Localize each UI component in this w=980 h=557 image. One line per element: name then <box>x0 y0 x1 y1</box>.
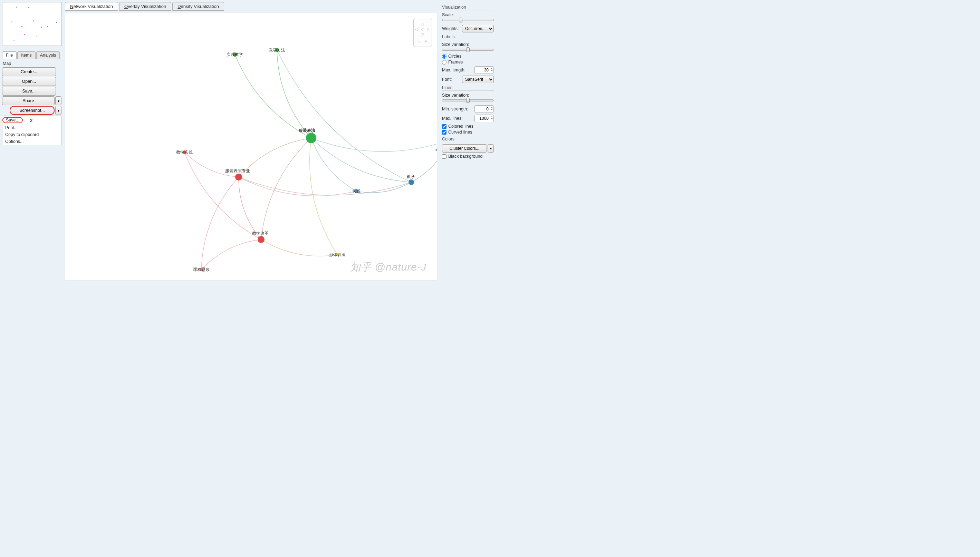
tab-items[interactable]: Items <box>17 51 36 59</box>
labels-size-variation-label: Size variation: <box>442 42 494 47</box>
menu-item-save-label: Save... <box>2 117 23 123</box>
graph-edge <box>201 239 261 270</box>
navigation-widget: △ ◁ ◇ ▷ ▽ ▭ ✚ <box>413 18 432 47</box>
cluster-colors-dropdown[interactable]: ▾ <box>488 144 494 153</box>
graph-node-label: 教学改革 <box>252 231 269 236</box>
menu-item-copy[interactable]: Copy to clipboard <box>2 131 61 138</box>
tab-density-visualization[interactable]: Density Visualization <box>172 2 224 11</box>
graph-edge <box>310 138 338 255</box>
screenshot-menu: Save... 2 Print... Copy to clipboard Opt… <box>2 116 62 145</box>
panel-expand-handle[interactable]: > <box>435 148 437 153</box>
menu-item-print[interactable]: Print... <box>2 124 61 131</box>
graph-node[interactable] <box>258 236 264 243</box>
center-panel: Network Visualization Overlay Visualizat… <box>64 0 439 283</box>
scale-slider[interactable] <box>442 19 494 21</box>
labels-size-slider[interactable] <box>442 49 494 51</box>
tab-file[interactable]: File <box>2 51 16 59</box>
nav-right-icon[interactable]: ▷ <box>426 26 432 32</box>
black-background-checkbox[interactable] <box>442 154 447 159</box>
graph-node-label: 形体训练 <box>329 252 346 257</box>
frames-radio[interactable] <box>442 60 447 65</box>
weights-label: Weights: <box>442 26 458 31</box>
graph-edge <box>201 177 239 270</box>
lines-size-variation-label: Size variation: <box>442 93 494 98</box>
tab-network-visualization[interactable]: Network Visualization <box>65 2 118 11</box>
nav-down-icon[interactable]: ▽ <box>420 32 426 37</box>
graph-node[interactable] <box>235 174 242 181</box>
menu-item-options[interactable]: Options... <box>2 138 61 145</box>
graph-edge <box>277 50 311 138</box>
nav-up-icon[interactable]: △ <box>420 21 426 26</box>
stepper-icon[interactable]: ▲▼ <box>491 115 493 120</box>
screenshot-dropdown-button[interactable]: ▾ <box>55 106 62 115</box>
graph-edge <box>411 140 437 182</box>
graph-edge <box>311 138 437 151</box>
circles-radio[interactable] <box>442 54 447 59</box>
graph-edge <box>235 55 311 138</box>
network-canvas[interactable]: 实践教学教学方法服装表演教学实践服装表演专业实践教学模特教学改革形体训练课程思政… <box>65 13 437 281</box>
screenshot-button[interactable]: Screenshot... <box>10 106 55 115</box>
colors-section-title: Colors <box>442 137 494 142</box>
font-select[interactable]: SansSerif <box>462 76 494 83</box>
graph-node[interactable] <box>306 133 316 143</box>
black-background-label: Black background <box>448 154 483 159</box>
zoom-out-icon[interactable]: ▭ <box>417 39 422 44</box>
circles-label: Circles <box>448 54 461 59</box>
graph-node-label: 实践 <box>352 189 360 194</box>
share-dropdown-button[interactable]: ▾ <box>55 96 62 105</box>
left-tabs: File Items Analysis <box>2 51 62 59</box>
graph-edge <box>239 177 411 195</box>
graph-node[interactable] <box>409 179 414 185</box>
network-graph: 实践教学教学方法服装表演教学实践服装表演专业实践教学模特教学改革形体训练课程思政 <box>65 13 437 280</box>
graph-node-label: 教学 <box>407 174 415 179</box>
scale-label: Scale: <box>442 12 494 17</box>
max-length-label: Max. length: <box>442 68 465 72</box>
tab-overlay-visualization[interactable]: Overlay Visualization <box>119 2 171 11</box>
screenshot-button-label: Screenshot... <box>20 108 45 113</box>
graph-node-label: 实践教学 <box>227 52 243 57</box>
lines-size-slider[interactable] <box>442 99 494 101</box>
graph-edge <box>311 138 356 191</box>
font-label: Font: <box>442 77 452 82</box>
stepper-icon[interactable]: ▲▼ <box>491 67 493 72</box>
tab-analysis[interactable]: Analysis <box>36 51 60 59</box>
graph-edge <box>261 239 338 256</box>
graph-node-label: 服装表演专业 <box>225 168 250 173</box>
lines-section-title: Lines <box>442 85 494 91</box>
graph-edge <box>184 152 239 177</box>
create-button[interactable]: Create... <box>2 67 56 76</box>
graph-edge <box>311 138 411 182</box>
min-strength-label: Min. strength: <box>442 107 468 111</box>
colored-lines-label: Colored lines <box>448 124 473 129</box>
graph-node-label: 教学方法 <box>269 47 285 52</box>
save-button[interactable]: Save... <box>2 86 56 96</box>
preview-thumbnail <box>2 2 62 46</box>
graph-node-label: 服装表演 <box>298 128 315 133</box>
labels-section-title: Labels <box>442 34 494 40</box>
annotation-2: 2 <box>30 117 33 123</box>
graph-edge <box>356 182 411 192</box>
zoom-in-icon[interactable]: ✚ <box>423 39 429 44</box>
graph-edge <box>184 152 261 239</box>
nav-left-icon[interactable]: ◁ <box>414 26 419 32</box>
right-panel: Visualization Scale: Weights: Occurren..… <box>439 0 497 283</box>
graph-node-label: 课程思政 <box>193 267 210 272</box>
menu-item-save[interactable]: Save... 2 <box>2 116 61 124</box>
visualization-tabs: Network Visualization Overlay Visualizat… <box>65 2 437 11</box>
graph-edge <box>239 177 261 239</box>
visualization-section-title: Visualization <box>442 5 494 10</box>
stepper-icon[interactable]: ▲▼ <box>491 106 493 111</box>
left-panel: File Items Analysis Map Create... Open..… <box>0 0 64 283</box>
watermark: 知乎 @nature-J <box>350 260 426 274</box>
share-button[interactable]: Share <box>2 96 55 105</box>
weights-select[interactable]: Occurren... <box>462 25 494 33</box>
curved-lines-checkbox[interactable] <box>442 130 447 135</box>
frames-label: Frames <box>448 60 463 65</box>
cluster-colors-button[interactable]: Cluster Colors... <box>442 144 487 153</box>
colored-lines-checkbox[interactable] <box>442 124 447 129</box>
open-button[interactable]: Open... <box>2 77 56 86</box>
nav-center-icon[interactable]: ◇ <box>420 26 426 32</box>
max-lines-label: Max. lines: <box>442 116 463 121</box>
map-section-label: Map <box>3 61 62 66</box>
curved-lines-label: Curved lines <box>448 130 472 135</box>
